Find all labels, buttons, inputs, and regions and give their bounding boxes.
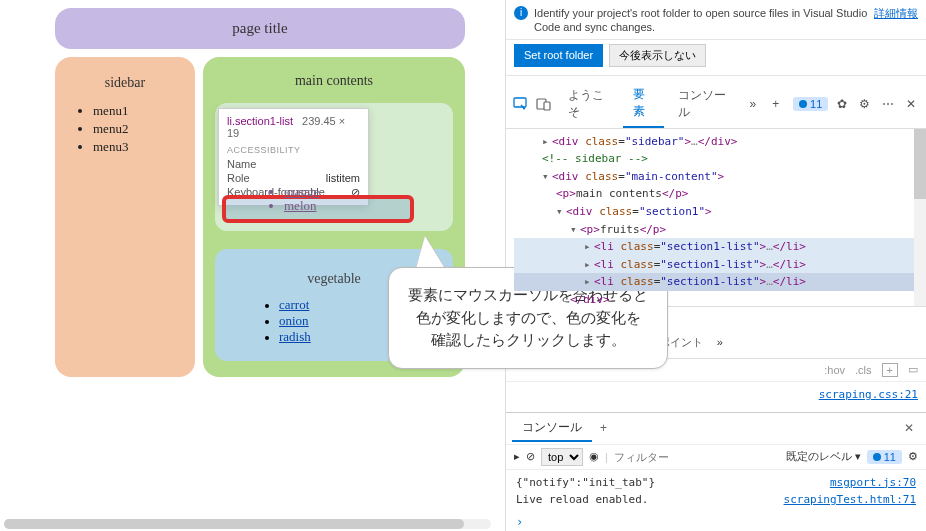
clear-console-icon[interactable]: ⊘ (526, 450, 535, 463)
tab-elements[interactable]: 要素 (623, 80, 664, 128)
tab-console[interactable]: コンソール (668, 81, 740, 127)
main-heading: main contents (215, 73, 453, 89)
eye-icon[interactable]: ◉ (589, 450, 599, 463)
tab-welcome[interactable]: ようこそ (558, 81, 619, 127)
page-scrollbar-horizontal[interactable] (4, 519, 491, 529)
info-more-link[interactable]: 詳細情報 (874, 6, 918, 21)
tooltip-selector: li.section1-list (227, 115, 293, 127)
console-row[interactable]: {"notify":"init_tab"}msgport.js:70 (516, 474, 916, 492)
sidebar-item[interactable]: menu3 (93, 139, 183, 155)
cls-toggle[interactable]: .cls (855, 364, 872, 376)
css-source-link[interactable]: scraping.css:21 (819, 388, 918, 410)
console-issues-badge[interactable]: 11 (867, 450, 902, 464)
console-source-link[interactable]: msgport.js:70 (830, 474, 916, 492)
svg-rect-0 (514, 98, 526, 107)
dom-node[interactable]: ▸<div class="sidebar">…</div> (514, 133, 918, 151)
info-text: Identify your project's root folder to o… (534, 6, 868, 35)
tooltip-val: listitem (326, 172, 360, 184)
new-style-icon[interactable]: + (882, 363, 898, 377)
devtools-scrollbar-vertical[interactable] (914, 129, 926, 306)
console-prompt[interactable]: › (506, 513, 926, 531)
styles-body[interactable]: scraping.css:21 (506, 382, 926, 412)
dont-show-again-button[interactable]: 今後表示しない (609, 44, 706, 67)
tooltip-key: Role (227, 172, 250, 184)
close-drawer-icon[interactable]: ✕ (898, 417, 920, 439)
device-toggle-icon[interactable] (535, 93, 554, 115)
sidebar-heading: sidebar (67, 75, 183, 91)
dom-node[interactable]: <p>main contents</p> (514, 185, 918, 203)
console-body[interactable]: {"notify":"init_tab"}msgport.js:70 Live … (506, 470, 926, 513)
sidebar-item[interactable]: menu2 (93, 121, 183, 137)
devtools-panel: i Identify your project's root folder to… (505, 0, 926, 531)
page-title: page title (55, 8, 465, 49)
gear-icon[interactable]: ⚙ (855, 93, 874, 115)
veg-link[interactable]: carrot (279, 297, 309, 312)
settings-icon[interactable]: ✿ (832, 93, 851, 115)
kebab-icon[interactable]: ⋯ (878, 93, 897, 115)
console-sidebar-icon[interactable]: ▸ (514, 450, 520, 463)
console-settings-icon[interactable]: ⚙ (908, 450, 918, 463)
dom-node[interactable]: ▸<li class="section1-list">…</li> (514, 238, 918, 256)
dom-comment[interactable]: <!-- sidebar --> (514, 150, 918, 168)
sidebar-item[interactable]: menu1 (93, 103, 183, 119)
hov-toggle[interactable]: :hov (824, 364, 845, 376)
highlighted-item[interactable]: melon (284, 199, 410, 213)
sidebar: sidebar menu1 menu2 menu3 (55, 57, 195, 377)
veg-link[interactable]: radish (279, 329, 311, 344)
inspect-highlight: orange melon (222, 195, 414, 223)
dom-node-selected[interactable]: ▸<li class="section1-list">…</li> (514, 273, 918, 291)
more-tabs-icon[interactable]: » (743, 93, 762, 115)
console-source-link[interactable]: scrapingTest.html:71 (784, 491, 916, 509)
tooltip-accessibility-label: ACCESSIBILITY (219, 143, 368, 157)
computed-toggle-icon[interactable]: ▭ (908, 363, 918, 376)
close-icon[interactable]: ✕ (901, 93, 920, 115)
dom-node[interactable]: </div> (514, 291, 918, 306)
inspect-icon[interactable] (512, 93, 531, 115)
context-select[interactable]: top (541, 448, 583, 466)
add-drawer-tab-icon[interactable]: + (592, 417, 615, 439)
svg-rect-2 (544, 102, 550, 110)
more-styles-tabs-icon[interactable]: » (711, 330, 729, 354)
dom-tree[interactable]: ▸<div class="sidebar">…</div> <!-- sideb… (506, 129, 926, 306)
highlighted-item: orange (284, 185, 410, 199)
dom-node[interactable]: ▾<p>fruits</p> (514, 221, 918, 239)
console-drawer-tab[interactable]: コンソール (512, 415, 592, 442)
info-icon: i (514, 6, 528, 20)
dom-node[interactable]: ▾<div class="section1"> (514, 203, 918, 221)
add-tab-icon[interactable]: + (766, 93, 785, 115)
console-row[interactable]: Live reload enabled.scrapingTest.html:71 (516, 491, 916, 509)
dom-node[interactable]: ▸<li class="section1-list">…</li> (514, 256, 918, 274)
issues-badge[interactable]: 11 (793, 97, 828, 111)
console-filter-input[interactable] (614, 451, 780, 463)
tooltip-key: Name (227, 158, 256, 170)
log-level-select[interactable]: 既定のレベル ▾ (786, 449, 861, 464)
set-root-folder-button[interactable]: Set root folder (514, 44, 603, 67)
dom-node[interactable]: ▾<div class="main-content"> (514, 168, 918, 186)
veg-link[interactable]: onion (279, 313, 309, 328)
